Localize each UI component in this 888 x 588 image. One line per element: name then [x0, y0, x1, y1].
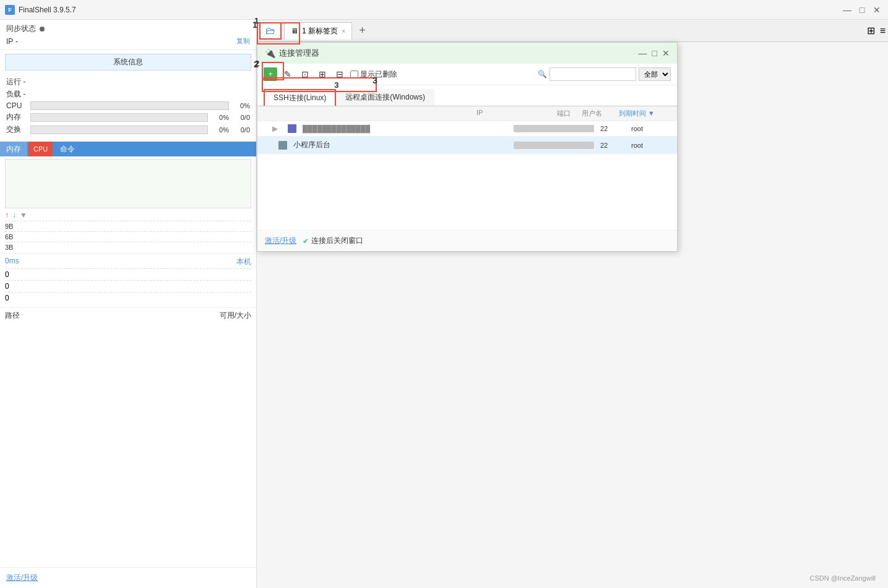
- mem-row: 内存 0% 0/0: [6, 112, 250, 122]
- disk-section: 路径 可用/大小: [0, 307, 256, 325]
- net-val-1: 9B: [5, 223, 251, 230]
- connection-user-mini: root: [631, 142, 668, 149]
- step-3-label: 3: [334, 80, 338, 90]
- swap-row: 交换 0% 0/0: [6, 124, 250, 135]
- connection-name-mini: 小程序后台: [293, 140, 507, 150]
- tab-icon: 🖥: [291, 27, 298, 35]
- connection-icon: [288, 124, 296, 133]
- latency-section: 0ms 本机 0 0 0: [0, 254, 256, 305]
- copy-button[interactable]: 复制: [236, 36, 250, 46]
- mem-label: 内存: [6, 112, 28, 122]
- disk-header: 路径 可用/大小: [5, 310, 251, 321]
- show-deleted-label: 显示已删除: [360, 69, 397, 80]
- net-val-3: 3B: [5, 244, 251, 251]
- sidebar-stats: 运行 - 负载 - CPU 0% 内存 0% 0/0 交换: [0, 74, 256, 139]
- grid-icon[interactable]: ⊞: [867, 25, 875, 36]
- connection-manager-dialog: 🔌 连接管理器 — □ ✕ 2 + ✎ ⊡ ⊞ ⊟ 显示已删除 🔍 全部: [257, 42, 678, 252]
- dialog-footer: 激活/升级 ✔ 连接后关闭窗口: [257, 230, 677, 251]
- status-dot: [40, 27, 45, 32]
- delete-connection-button[interactable]: ⊟: [333, 67, 347, 81]
- add-tab-button[interactable]: +: [355, 23, 369, 38]
- connection-type-tabs: 3 SSH连接(Linux) 远程桌面连接(Windows): [257, 85, 677, 106]
- list-item[interactable]: ▶ ██████████████ ███████████ 22 root: [257, 121, 677, 137]
- edit-connection-button[interactable]: ✎: [281, 67, 295, 81]
- maximize-button[interactable]: □: [856, 4, 868, 16]
- swap-label: 交换: [6, 124, 28, 135]
- arrow-up-icon: ↑: [5, 211, 9, 219]
- net-val-2: 6B: [5, 233, 251, 241]
- cpu-value: 0%: [231, 102, 250, 109]
- search-input[interactable]: [550, 67, 636, 81]
- connection-ip: ███████████: [514, 125, 594, 132]
- lat-val-3: 0: [5, 294, 251, 302]
- search-icon: 🔍: [538, 70, 547, 79]
- cpu-label: CPU: [6, 101, 28, 110]
- cpu-bar-container: [30, 101, 229, 110]
- sync-label: 同步状态: [6, 23, 36, 34]
- lat-val-1: 0: [5, 270, 251, 279]
- dialog-header: 🔌 连接管理器 — □ ✕: [257, 43, 677, 64]
- folder-icon: 🗁: [265, 25, 275, 36]
- badge-3: 3: [373, 75, 377, 85]
- activate-link[interactable]: 激活/升级: [6, 573, 38, 582]
- top-right-icons: ⊞ ≡: [867, 25, 886, 36]
- connection-icon-mini: [278, 141, 287, 150]
- window-controls: — □ ✕: [841, 4, 883, 16]
- dialog-toolbar: 2 + ✎ ⊡ ⊞ ⊟ 显示已删除 🔍 全部: [257, 64, 677, 85]
- tab-strip: 1 🗁 🖥 1 新标签页 × + ⊞ ≡: [257, 20, 888, 42]
- ip-value: -: [15, 37, 18, 46]
- disk-path-label: 路径: [5, 310, 20, 321]
- search-area: 🔍 全部: [538, 67, 671, 81]
- tab-close-button[interactable]: ×: [342, 27, 345, 35]
- sidebar-header: 同步状态 IP - 复制: [0, 20, 256, 50]
- connection-user: root: [631, 125, 668, 132]
- tab-memory[interactable]: 内存: [0, 142, 27, 156]
- close-after-connect-label: 连接后关闭窗口: [311, 236, 363, 246]
- list-item[interactable]: 小程序后台 ███████████ 22 root: [257, 137, 677, 154]
- swap-bar-container: [30, 126, 208, 134]
- app-logo: F: [5, 5, 15, 15]
- tab-cpu[interactable]: CPU: [28, 142, 53, 156]
- list-header: IP 端口 用户名 到期时间 ▼: [257, 106, 677, 121]
- network-stats: ↑ ↓ ▼ 9B 6B 3B: [0, 208, 256, 254]
- dialog-minimize-button[interactable]: —: [639, 48, 647, 58]
- watermark: CSDN @InceZangwill: [809, 574, 876, 582]
- swap-value: 0%: [210, 126, 229, 134]
- disk-avail-label: 可用/大小: [220, 310, 251, 321]
- close-button[interactable]: ✕: [871, 4, 883, 16]
- dialog-controls: — □ ✕: [639, 48, 670, 58]
- search-scope-select[interactable]: 全部: [639, 67, 671, 81]
- tab-command[interactable]: 命令: [54, 142, 81, 156]
- dialog-close-button[interactable]: ✕: [662, 48, 670, 58]
- latency-header: 0ms 本机: [5, 257, 251, 267]
- connection-name: ██████████████: [303, 125, 507, 132]
- menu-icon[interactable]: ≡: [880, 25, 886, 36]
- arrow-drop-icon: ▼: [20, 211, 27, 219]
- activate-bar: 激活/升级: [0, 567, 256, 588]
- new-tab-1[interactable]: 🖥 1 新标签页 ×: [284, 22, 352, 40]
- tab-ssh-linux[interactable]: SSH连接(Linux): [264, 89, 336, 106]
- connection-list: IP 端口 用户名 到期时间 ▼ ▶ ██████████████ ██████…: [257, 106, 677, 230]
- new-connection-button[interactable]: +: [264, 67, 277, 81]
- lat-val-2: 0: [5, 282, 251, 291]
- mem-bar-container: [30, 113, 208, 122]
- load-row: 负载 -: [6, 89, 250, 100]
- dialog-title-text: 连接管理器: [279, 48, 319, 59]
- stats-tabs-bar: 内存 CPU 命令: [0, 142, 256, 156]
- app-title: FinalShell 3.9.5.7: [19, 6, 76, 14]
- local-label: 本机: [236, 257, 251, 267]
- connection-manager-button[interactable]: 🗁: [259, 22, 282, 40]
- paste-connection-button[interactable]: ⊞: [316, 67, 329, 81]
- minimize-button[interactable]: —: [841, 4, 853, 16]
- dialog-maximize-button[interactable]: □: [652, 48, 657, 58]
- latency-label: 0ms: [5, 257, 19, 267]
- running-label: 运行 -: [6, 77, 25, 87]
- sys-info-button[interactable]: 系统信息: [5, 54, 251, 70]
- close-after-connect-option: ✔ 连接后关闭窗口: [303, 236, 363, 246]
- connection-port: 22: [600, 125, 625, 132]
- tab-rdp-windows[interactable]: 远程桌面连接(Windows): [336, 89, 434, 106]
- dialog-activate-link[interactable]: 激活/升级: [265, 236, 296, 246]
- copy-connection-button[interactable]: ⊡: [298, 67, 312, 81]
- dialog-icon: 🔌: [265, 48, 275, 58]
- title-bar: F FinalShell 3.9.5.7 — □ ✕: [0, 0, 888, 20]
